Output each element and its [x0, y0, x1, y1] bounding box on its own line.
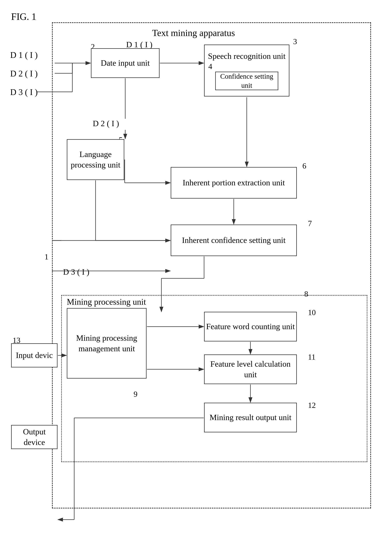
ref-10: 10 [308, 308, 316, 317]
figure-label: FIG. 1 [11, 11, 36, 22]
input-d1: D 1 ( I ) [10, 50, 38, 60]
ref-6: 6 [302, 161, 306, 170]
signal-d1-top: D 1 ( I ) [126, 40, 153, 49]
ref-1: 1 [45, 252, 48, 261]
mining-management-box: Mining processing management unit [67, 308, 147, 379]
language-processing-box: Language processing unit [67, 139, 124, 180]
ref-7: 7 [308, 219, 312, 228]
input-d3: D 3 ( I ) [10, 87, 38, 97]
output-device-box: Output device [11, 425, 57, 449]
ref-8: 8 [304, 290, 308, 298]
page: FIG. 1 Text mining apparatus 1 D 1 ( I )… [0, 0, 392, 535]
date-input-box: Date input unit [91, 48, 159, 78]
feature-word-box: Feature word counting unit [204, 312, 297, 342]
speech-recognition-box: Speech recognition unit 4 Confidence set… [204, 45, 289, 97]
ref-11: 11 [308, 352, 315, 361]
signal-d2-mid: D 2 ( I ) [93, 119, 119, 128]
ref-3: 3 [293, 37, 297, 46]
inherent-portion-box: Inherent portion extraction unit [171, 167, 297, 199]
inherent-confidence-box: Inherent confidence setting unit [171, 225, 297, 256]
mining-processing-label: Mining processing unit [67, 297, 146, 307]
confidence-setting-box: Confidence setting unit [215, 72, 278, 90]
input-d2: D 2 ( I ) [10, 69, 38, 79]
ref-9: 9 [134, 390, 137, 399]
ref-12: 12 [308, 401, 316, 410]
feature-level-box: Feature level calculation unit [204, 354, 297, 384]
signal-d3-bot: D 3 ( I ) [63, 267, 89, 277]
mining-result-box: Mining result output unit [204, 403, 297, 432]
ref-4-inline: 4 [205, 61, 212, 72]
input-device-box: Input devic [11, 343, 57, 367]
